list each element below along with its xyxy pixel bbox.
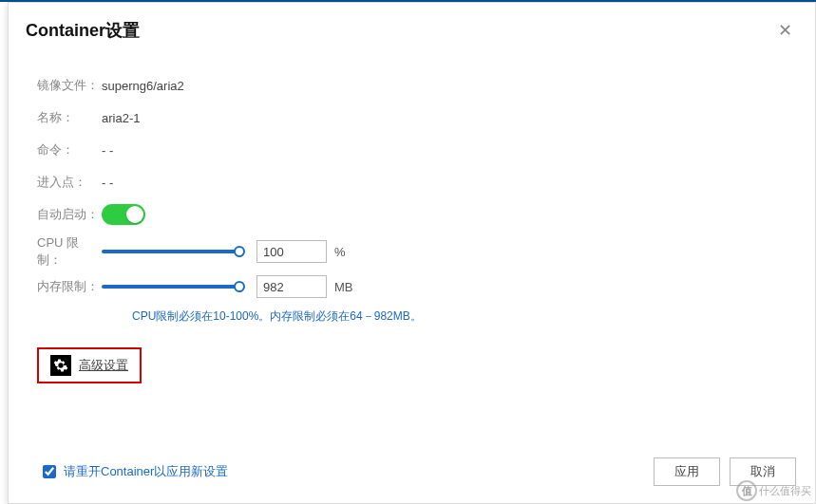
slider-handle-icon[interactable]	[234, 246, 245, 257]
row-entrypoint: 进入点： - -	[37, 168, 787, 196]
autostart-toggle[interactable]	[102, 204, 145, 225]
cpu-limit-slider[interactable]	[102, 245, 239, 258]
footer-buttons: 应用 取消	[654, 457, 796, 486]
dialog-body: 镜像文件： superng6/aria2 名称： aria2-1 命令： - -…	[9, 54, 815, 383]
image-label: 镜像文件：	[37, 77, 102, 94]
cpu-limit-label: CPU 限制：	[37, 234, 102, 269]
limits-hint-text: CPU限制必须在10-100%。内存限制必须在64－982MB。	[132, 308, 787, 325]
command-label: 命令：	[37, 141, 102, 159]
advanced-settings-label: 高级设置	[79, 357, 128, 374]
memory-limit-slider[interactable]	[102, 280, 239, 293]
row-image: 镜像文件： superng6/aria2	[37, 71, 787, 100]
row-autostart: 自动启动：	[37, 200, 787, 229]
memory-limit-label: 内存限制：	[37, 278, 102, 295]
name-value: aria2-1	[102, 111, 140, 125]
row-command: 命令： - -	[37, 136, 787, 164]
cpu-limit-unit: %	[334, 245, 346, 259]
cpu-limit-input[interactable]	[256, 240, 327, 263]
toggle-knob	[126, 206, 143, 223]
command-value: - -	[102, 143, 113, 158]
entrypoint-value: - -	[102, 176, 113, 190]
titlebar: Container设置 ✕	[9, 3, 815, 54]
advanced-settings-link[interactable]: 高级设置	[37, 347, 142, 383]
name-label: 名称：	[37, 109, 102, 126]
apply-button[interactable]: 应用	[654, 457, 720, 486]
row-name: 名称： aria2-1	[37, 103, 787, 132]
memory-limit-unit: MB	[334, 280, 353, 294]
restart-checkbox[interactable]	[43, 465, 56, 478]
slider-handle-icon[interactable]	[234, 281, 245, 292]
restart-checkbox-wrap[interactable]: 请重开Container以应用新设置	[43, 463, 228, 480]
slider-track	[102, 285, 239, 289]
memory-limit-input[interactable]	[256, 275, 327, 298]
row-memory-limit: 内存限制： MB	[37, 272, 787, 301]
close-icon[interactable]: ✕	[772, 16, 798, 45]
entrypoint-label: 进入点：	[37, 174, 102, 191]
row-cpu-limit: CPU 限制： %	[37, 234, 787, 269]
dialog-title: Container设置	[26, 19, 140, 42]
cancel-button[interactable]: 取消	[730, 457, 796, 486]
restart-checkbox-label: 请重开Container以应用新设置	[64, 463, 228, 480]
autostart-label: 自动启动：	[37, 206, 102, 223]
container-settings-dialog: Container设置 ✕ 镜像文件： superng6/aria2 名称： a…	[8, 2, 816, 504]
dialog-footer: 请重开Container以应用新设置 应用 取消	[9, 446, 815, 503]
slider-track	[102, 250, 239, 253]
gear-icon	[50, 355, 71, 376]
image-value: superng6/aria2	[102, 79, 184, 93]
